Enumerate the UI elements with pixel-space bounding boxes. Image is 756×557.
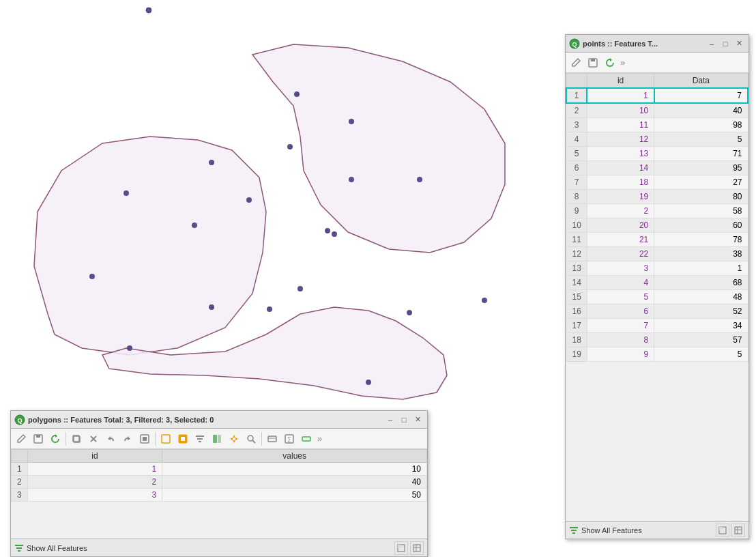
points-more-options[interactable]: »: [619, 57, 626, 68]
polygons-close-button[interactable]: ✕: [411, 414, 424, 426]
svg-point-14: [325, 228, 330, 233]
move-selection-button[interactable]: [209, 431, 225, 447]
values-cell: 10: [162, 463, 427, 476]
table-row[interactable]: 14 4 68: [566, 276, 748, 290]
data-cell: 38: [654, 247, 748, 261]
points-panel-footer: Show All Features: [566, 521, 748, 539]
row-number: 17: [566, 319, 587, 333]
polygons-toolbar: ∑ »: [11, 429, 427, 449]
refresh-button[interactable]: [47, 431, 63, 447]
table-row[interactable]: 9 2 58: [566, 204, 748, 218]
table-row[interactable]: 18 8 57: [566, 333, 748, 347]
row-number: 18: [566, 333, 587, 347]
table-row[interactable]: 13 3 1: [566, 261, 748, 276]
more-options[interactable]: »: [315, 433, 324, 444]
points-refresh-button[interactable]: [602, 55, 618, 71]
table-row[interactable]: 8 19 80: [566, 190, 748, 204]
points-show-all-features-button[interactable]: Show All Features: [569, 526, 642, 535]
table-row[interactable]: 17 7 34: [566, 319, 748, 333]
zoom-map-button[interactable]: [243, 431, 259, 447]
filter-icon: [14, 543, 24, 553]
svg-rect-57: [591, 59, 595, 61]
row-number: 4: [566, 132, 587, 147]
table-row[interactable]: 15 5 48: [566, 290, 748, 304]
table-row[interactable]: 2 2 40: [12, 476, 427, 489]
table-row[interactable]: 3 3 50: [12, 489, 427, 502]
edit-button[interactable]: [13, 431, 29, 447]
points-footer-btn-1[interactable]: [716, 524, 729, 537]
table-row[interactable]: 12 22 38: [566, 247, 748, 261]
svg-point-42: [248, 435, 253, 441]
polygons-maximize-button[interactable]: □: [398, 414, 410, 426]
points-panel-title: Q points :: Features T...: [569, 38, 658, 49]
redo-button[interactable]: [119, 431, 136, 447]
data-cell: 98: [654, 118, 748, 132]
points-footer-right: [716, 524, 745, 537]
polygons-table-container[interactable]: id values 1 1 10 2 2 40 3 3 50: [11, 449, 427, 539]
table-row[interactable]: 1 1 7: [566, 88, 748, 103]
deselect-button[interactable]: [158, 431, 174, 447]
show-all-features-button[interactable]: Show All Features: [14, 543, 87, 553]
table-row[interactable]: 1 1 10: [12, 463, 427, 476]
svg-point-22: [127, 345, 132, 351]
table-row[interactable]: 19 9 5: [566, 347, 748, 362]
points-panel-title-text: points :: Features T...: [583, 40, 658, 48]
svg-rect-26: [36, 435, 40, 438]
points-footer-btn-2[interactable]: [731, 524, 745, 537]
points-close-button[interactable]: ✕: [733, 38, 745, 50]
svg-rect-44: [268, 436, 276, 442]
conditional-format-button[interactable]: [298, 431, 315, 447]
footer-icon-btn-1[interactable]: [394, 541, 408, 555]
data-cell: 78: [654, 233, 748, 247]
row-number: 8: [566, 190, 587, 204]
polygons-minimize-button[interactable]: –: [384, 414, 396, 426]
invert-selection-button[interactable]: [175, 431, 191, 447]
id-cell: 13: [587, 147, 654, 161]
row-number: 13: [566, 261, 587, 276]
points-edit-button[interactable]: [568, 55, 584, 71]
select-all-button[interactable]: [136, 431, 153, 447]
copy-button[interactable]: [68, 431, 85, 447]
polygons-panel-title-text: polygons :: Features Total: 3, Filtered:…: [28, 416, 214, 424]
id-cell: 6: [587, 304, 654, 319]
row-number: 9: [566, 204, 587, 218]
footer-icon-btn-2[interactable]: [410, 541, 424, 555]
data-cell: 58: [654, 204, 748, 218]
points-maximize-button[interactable]: □: [719, 38, 731, 50]
save-edits-button[interactable]: [30, 431, 46, 447]
table-row[interactable]: 7 18 27: [566, 175, 748, 190]
open-calculator-button[interactable]: ∑: [281, 431, 297, 447]
undo-button[interactable]: [102, 431, 119, 447]
polygons-panel-controls: – □ ✕: [384, 414, 424, 426]
table-row[interactable]: 5 13 71: [566, 147, 748, 161]
filter-button[interactable]: [192, 431, 208, 447]
svg-text:Q: Q: [572, 41, 577, 48]
table-row[interactable]: 6 14 95: [566, 161, 748, 175]
data-cell: 5: [654, 347, 748, 362]
id-cell: 1: [587, 88, 654, 103]
table-row[interactable]: 16 6 52: [566, 304, 748, 319]
points-minimize-button[interactable]: –: [706, 38, 718, 50]
delete-button[interactable]: [85, 431, 102, 447]
svg-marker-41: [235, 438, 238, 440]
points-table-container[interactable]: id Data 1 1 7 2 10 40 3 11 98 4 12 5 5 1…: [566, 73, 748, 521]
table-row[interactable]: 11 21 78: [566, 233, 748, 247]
svg-point-19: [407, 310, 412, 315]
table-row[interactable]: 10 20 60: [566, 218, 748, 233]
show-all-features-label: Show All Features: [27, 544, 87, 552]
data-cell: 34: [654, 319, 748, 333]
svg-point-16: [209, 304, 214, 310]
pan-map-button[interactable]: [226, 431, 242, 447]
data-cell: 52: [654, 304, 748, 319]
table-row[interactable]: 3 11 98: [566, 118, 748, 132]
id-cell: 10: [587, 103, 654, 118]
svg-marker-0: [34, 137, 266, 355]
table-row[interactable]: 2 10 40: [566, 103, 748, 118]
points-save-button[interactable]: [585, 55, 601, 71]
row-number: 3: [566, 118, 587, 132]
svg-point-15: [332, 231, 337, 237]
data-cell: 95: [654, 161, 748, 175]
row-number: 1: [566, 88, 587, 103]
table-row[interactable]: 4 12 5: [566, 132, 748, 147]
copy-rows-button[interactable]: [264, 431, 280, 447]
